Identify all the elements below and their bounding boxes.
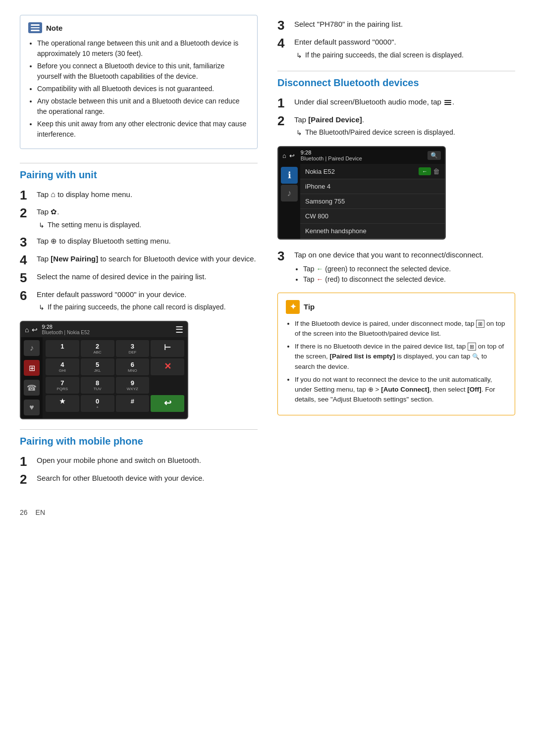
reconnect-button-nokia[interactable]: ←	[419, 167, 431, 175]
music-icon: ♪	[24, 340, 40, 356]
grid-icon: ⊞	[24, 360, 40, 376]
paired-device-screen: ⌂ ↩ 9:28 Bluetooth | Paired Device 🔍 ℹ ♪…	[277, 146, 446, 240]
step-2: 2 Tap ✿. ↳ The setting menu is displayed…	[20, 206, 258, 231]
pairing-with-unit-heading: Pairing with unit	[20, 163, 258, 181]
key-spacer	[151, 377, 184, 394]
screen-time: 9:28	[42, 324, 171, 330]
note-item: Before you connect a Bluetooth device to…	[37, 61, 249, 82]
reconnect-bullet: Tap ← (green) to reconnect the selected …	[303, 264, 515, 274]
key-1: 1	[46, 340, 79, 357]
step-3: 3 Tap ⊕ to display Bluetooth setting men…	[20, 236, 258, 249]
paired-back-icon: ↩	[289, 152, 295, 159]
paired-device-samsung: Samsong 755	[300, 194, 445, 209]
note-item: Keep this unit away from any other elect…	[37, 119, 249, 140]
mobile-continued-steps: 3 Select "PH780" in the pairing list. 4 …	[277, 19, 515, 61]
note-title: Note	[46, 24, 62, 32]
dialpad: 1 2ABC 3DEF ⊢ 4GHI 5JKL 6MNO ✕ 7PQRS 8TU…	[43, 337, 187, 418]
paired-list: ℹ ♪ Nokia E52 ← 🗑 iPhone 4	[278, 164, 445, 239]
step-4: 4 Tap [New Pairing] to search for Blueto…	[20, 253, 258, 266]
key-4: 4GHI	[46, 358, 79, 375]
paired-topbar: ⌂ ↩ 9:28 Bluetooth | Paired Device 🔍	[278, 147, 445, 164]
paired-items-list: Nokia E52 ← 🗑 iPhone 4 Samsong 755 CW 80…	[300, 164, 445, 239]
key-7: 7PQRS	[46, 377, 79, 394]
disconnect-step3-list: 3 Tap on one device that you want to rec…	[277, 250, 515, 285]
note-header: Note	[28, 22, 249, 33]
paired-device-iphone: iPhone 4	[300, 179, 445, 194]
note-icon	[28, 22, 42, 33]
note-item: Compatibility with all Bluetooth devices…	[37, 84, 249, 94]
disconnect-steps: 1 Under dial screen/Bluetooth audio mode…	[277, 97, 515, 139]
screen-menu-icon: ☰	[175, 324, 183, 335]
key-2: 2ABC	[81, 340, 114, 357]
disconnect-step-1: 1 Under dial screen/Bluetooth audio mode…	[277, 97, 515, 109]
paired-home-icon: ⌂	[282, 152, 286, 159]
tip-item-2: If there is no Bluetooth device in the p…	[295, 342, 507, 372]
tip-item-1: If the Bluetooth device is paired, under…	[295, 319, 507, 339]
screen-body: ♪ ⊞ ☎ ♥ 1 2ABC 3DEF ⊢ 4GHI 5JKL 6MNO ✕	[21, 337, 187, 418]
tip-list: If the Bluetooth device is paired, under…	[286, 319, 507, 405]
dial-screen-mockup: ⌂ ↩ 9:28 Bluetooth | Nokia E52 ☰ ♪ ⊞ ☎ ♥	[20, 321, 188, 419]
key-5: 5JKL	[81, 358, 114, 375]
page-lang: EN	[36, 508, 45, 516]
key-hash: #	[116, 395, 150, 412]
tip-icon: ✦	[286, 300, 300, 314]
tip-header: ✦ Tip	[286, 300, 507, 314]
menu-icon	[444, 100, 451, 105]
nav-home-icon: ⌂	[25, 326, 29, 334]
key-3: 3DEF	[116, 340, 150, 357]
right-column: 3 Select "PH780" in the pairing list. 4 …	[277, 15, 515, 494]
screen-subtitle: Bluetooth | Nokia E52	[42, 330, 171, 335]
tip-item-3: If you do not want to reconnect the devi…	[295, 375, 507, 405]
note-box: Note The operational range between this …	[20, 15, 258, 149]
step-1: 1 Tap ⌂ to display home menu.	[20, 189, 258, 202]
page-footer: 26 EN	[20, 508, 515, 516]
paired-search-button[interactable]: 🔍	[428, 151, 441, 160]
pairing-mobile-steps: 1 Open your mobile phone and switch on B…	[20, 455, 258, 486]
music-icon-paired: ♪	[281, 185, 298, 202]
pairing-with-unit-steps: 1 Tap ⌂ to display home menu. 2 Tap ✿. ↳…	[20, 189, 258, 313]
mobile-step-3: 3 Select "PH780" in the pairing list.	[277, 19, 515, 32]
contact-icon: ☎	[24, 380, 40, 396]
paired-device-cw800: CW 800	[300, 209, 445, 224]
screen-topbar: ⌂ ↩ 9:28 Bluetooth | Nokia E52 ☰	[21, 322, 187, 337]
mobile-step-2: 2 Search for other Bluetooth device with…	[20, 473, 258, 486]
key-call: ↩	[151, 395, 184, 412]
key-0: 0+	[81, 395, 114, 412]
disconnect-bullet: Tap ← (red) to disconnect the selected d…	[303, 274, 515, 285]
note-item: Any obstacle between this unit and a Blu…	[37, 96, 249, 117]
key-del: ✕	[151, 358, 184, 375]
mobile-step-4: 4 Enter default password "0000". ↳ If th…	[277, 37, 515, 61]
paired-device-nokia: Nokia E52 ← 🗑	[300, 164, 445, 179]
dialpad-grid: 1 2ABC 3DEF ⊢ 4GHI 5JKL 6MNO ✕ 7PQRS 8TU…	[46, 340, 184, 412]
disconnect-step-2: 2 Tap [Paired Device]. ↳ The Bluetooth/P…	[277, 114, 515, 139]
key-6: 6MNO	[116, 358, 150, 375]
step-5: 5 Select the name of desired device in t…	[20, 271, 258, 284]
paired-device-kenneth: Kenneth handsphone	[300, 224, 445, 239]
key-9: 9WXYZ	[116, 377, 150, 394]
key-star: ★	[46, 395, 79, 412]
key-back: ⊢	[151, 340, 184, 357]
note-item: The operational range between this unit …	[37, 38, 249, 59]
note-list: The operational range between this unit …	[28, 38, 249, 140]
left-column: Note The operational range between this …	[20, 15, 258, 494]
paired-left-icons: ℹ ♪	[278, 164, 300, 239]
mobile-step-1: 1 Open your mobile phone and switch on B…	[20, 455, 258, 468]
heart-icon: ♥	[24, 400, 40, 415]
bt-icon: ℹ	[281, 167, 298, 184]
nav-back-icon: ↩	[32, 326, 38, 334]
disconnect-step-3: 3 Tap on one device that you want to rec…	[277, 250, 515, 285]
delete-button-nokia[interactable]: 🗑	[433, 167, 440, 175]
tip-title: Tip	[304, 302, 315, 311]
screen-left-icons: ♪ ⊞ ☎ ♥	[21, 337, 43, 418]
page-number: 26	[20, 508, 28, 516]
disconnect-bt-heading: Disconnect Bluetooth devices	[277, 71, 515, 89]
tip-box: ✦ Tip If the Bluetooth device is paired,…	[277, 293, 515, 415]
step-6: 6 Enter default password "0000" in your …	[20, 289, 258, 313]
paired-time: 9:28	[301, 150, 425, 155]
paired-title: Bluetooth | Paired Device	[301, 155, 425, 161]
pairing-mobile-heading: Pairing with mobile phone	[20, 429, 258, 447]
key-8: 8TUV	[81, 377, 114, 394]
